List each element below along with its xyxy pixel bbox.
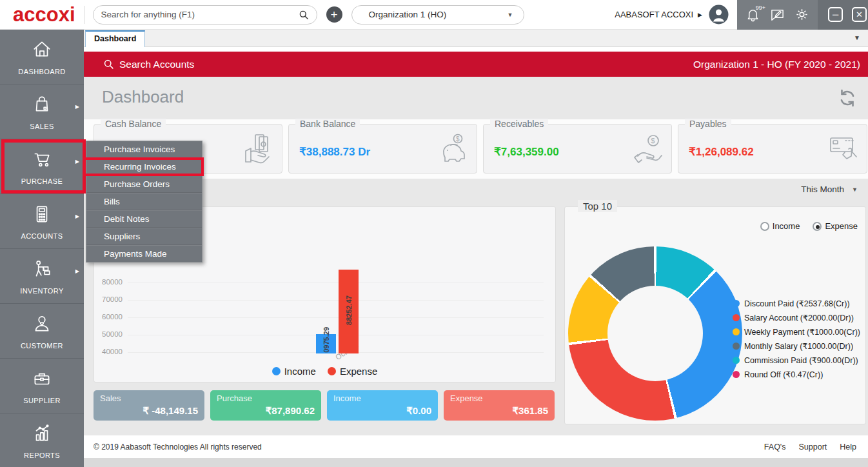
tabbar: Dashboard ▼ (84, 30, 868, 47)
y-axis-tick-label: 80000 (94, 278, 123, 286)
search-icon[interactable] (299, 10, 309, 20)
submenu-arrow-icon: ▶ (75, 214, 79, 219)
summary-card-income: Income₹0.00 (327, 390, 438, 421)
stat-card-value: ₹38,888.73 Dr (299, 145, 370, 159)
add-new-button[interactable]: + (326, 6, 342, 23)
bar-value-label: 0975.29 (322, 327, 330, 353)
donut-legend-item-discount-paid: Discount Paid (₹2537.68(Cr)) (733, 299, 860, 308)
sidebar-item-dashboard[interactable]: DASHBOARD (0, 30, 84, 84)
submenu-item-suppliers[interactable]: Suppliers (86, 228, 202, 245)
page-heading-band: Dashboard (84, 77, 868, 119)
sidebar-item-inventory[interactable]: INVENTORY▶ (0, 249, 84, 304)
summary-card-value: ₹0.00 (406, 405, 431, 417)
close-button[interactable]: ✕ (852, 7, 867, 22)
gridline (128, 317, 544, 318)
search-accounts-button[interactable]: Search Accounts (103, 59, 194, 70)
avatar[interactable] (709, 5, 729, 25)
messages-icon[interactable] (770, 7, 785, 22)
chevron-right-icon: ▶ (698, 12, 702, 18)
global-search[interactable] (93, 5, 317, 25)
sidebar-item-purchase[interactable]: PURCHASE▶ (0, 139, 84, 194)
summary-card-sales: Sales₹ -48,149.15 (94, 390, 204, 421)
customer-icon (31, 313, 53, 337)
sidebar-item-label: REPORTS (24, 452, 60, 459)
sidebar-item-supplier[interactable]: SUPPLIER (0, 359, 84, 413)
legend-dot (733, 300, 740, 307)
legend-item-income: Income (272, 366, 316, 377)
legend-dot (733, 371, 740, 378)
donut-legend-item-weekly-payment: Weekly Payment (₹1000.00(Cr)) (733, 327, 860, 337)
topbar: accoxi + Organization 1 (HO) ▼ AABASOFT … (0, 0, 868, 30)
radio-expense[interactable]: Expense (813, 221, 858, 231)
submenu-item-payments-made[interactable]: Payments Made (86, 245, 202, 262)
bar-chart-legend: IncomeExpense (94, 366, 555, 377)
gridline (128, 283, 544, 283)
stat-card-title: Bank Balance (295, 119, 360, 129)
top10-panel: Top 10 IncomeExpense Discount Paid (₹253… (564, 206, 866, 424)
topbar-right: AABASOFT ACCOXI ▶ 99+ ─ ✕ (615, 0, 868, 30)
summary-card-label: Expense (450, 393, 483, 403)
donut-legend-label: Monthly Salary (₹1000.00(Dr)) (744, 341, 853, 351)
tab-dashboard[interactable]: Dashboard (85, 30, 145, 47)
refresh-icon[interactable] (837, 88, 858, 108)
sales-bag-icon (31, 94, 53, 118)
sidebar-item-label: ACCOUNTS (21, 232, 63, 240)
donut-legend: Discount Paid (₹2537.68(Cr))Salary Accou… (733, 299, 860, 379)
sidebar-item-label: PURCHASE (21, 177, 63, 185)
home-icon (31, 39, 53, 63)
submenu-item-debit-notes[interactable]: Debit Notes (86, 210, 202, 228)
legend-dot (733, 314, 740, 321)
legend-dot (733, 343, 740, 350)
gridline (128, 300, 544, 301)
radio-label: Income (773, 221, 800, 231)
footer-link-faq-s[interactable]: FAQ's (764, 442, 786, 452)
summary-cards-row: Sales₹ -48,149.15Purchase₹87,890.62Incom… (94, 390, 555, 421)
tab-overflow-caret-icon[interactable]: ▼ (854, 34, 860, 41)
notifications-bell-icon[interactable]: 99+ (745, 7, 760, 22)
footer-link-help[interactable]: Help (840, 442, 856, 452)
summary-card-value: ₹ -48,149.15 (143, 405, 198, 417)
footer-link-support[interactable]: Support (799, 442, 827, 452)
search-accounts-label: Search Accounts (119, 59, 194, 70)
piggy-bank-icon: $ (435, 131, 471, 167)
submenu-item-purchase-orders[interactable]: Purchase Orders (86, 175, 202, 193)
topbar-divider (84, 6, 85, 24)
radio-income[interactable]: Income (760, 221, 800, 231)
accoxi-app: accoxi + Organization 1 (HO) ▼ AABASOFT … (0, 0, 868, 467)
user-menu[interactable]: AABASOFT ACCOXI ▶ (615, 10, 702, 19)
inventory-icon (31, 258, 53, 283)
submenu-item-purchase-invoices[interactable]: Purchase Invoices (86, 141, 202, 158)
sidebar-item-reports[interactable]: REPORTS (0, 413, 84, 467)
user-name: AABASOFT ACCOXI (615, 10, 693, 19)
donut-legend-label: Commission Paid (₹900.00(Dr)) (744, 355, 858, 365)
sidebar-item-sales[interactable]: SALES▶ (0, 84, 84, 139)
purchase-cart-icon (31, 148, 53, 173)
settings-gear-icon[interactable] (794, 7, 809, 22)
organization-selector[interactable]: Organization 1 (HO) ▼ (351, 5, 524, 25)
stat-card-receivables: Receivables₹7,63,359.00$ (483, 124, 672, 174)
submenu-item-bills[interactable]: Bills (86, 193, 202, 210)
minimize-button[interactable]: ─ (828, 7, 843, 22)
search-input[interactable] (101, 10, 299, 19)
y-axis-tick-label: 60000 (94, 313, 123, 321)
sidebar-item-accounts[interactable]: ACCOUNTS▶ (0, 194, 84, 249)
submenu-item-recurring-invoices[interactable]: Recurring Invoices (86, 158, 202, 175)
sidebar-item-label: SUPPLIER (23, 397, 61, 404)
footer-links: FAQ'sSupportHelp (764, 442, 856, 452)
sidebar-item-customer[interactable]: CUSTOMER (0, 304, 84, 359)
y-axis-tick-label: 50000 (94, 330, 123, 338)
stat-card-bank-balance: Bank Balance₹38,888.73 Dr$ (288, 124, 477, 174)
radio-label: Expense (825, 221, 858, 231)
period-selector-value: This Month (801, 184, 844, 194)
footer: © 2019 Aabasoft Technologies All rights … (84, 435, 868, 458)
donut-hole (607, 286, 703, 381)
radio-circle-icon (760, 222, 769, 231)
supplier-briefcase-icon (31, 368, 53, 392)
legend-dot (272, 367, 281, 375)
donut-legend-label: Round Off (₹0.47(Cr)) (744, 370, 823, 379)
page-title: Dashboard (102, 87, 184, 107)
period-selector[interactable]: This Month ▼ (801, 184, 858, 194)
tabbar-gap (84, 47, 868, 52)
summary-card-value: ₹361.85 (513, 405, 548, 417)
radio-circle-icon (813, 222, 822, 231)
